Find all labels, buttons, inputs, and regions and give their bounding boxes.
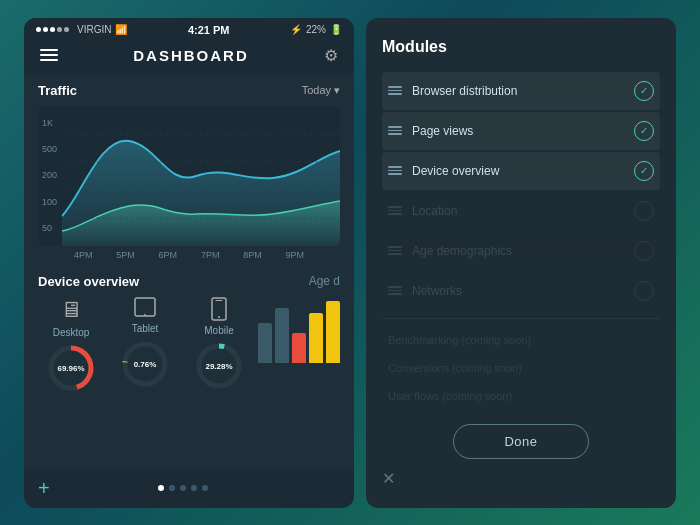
mobile-donut: 29.28% (193, 340, 245, 392)
age-label: Age d (309, 274, 340, 288)
hamburger-line-3 (40, 59, 58, 61)
bottom-bar: + (24, 469, 354, 508)
module-name-networks: Networks (412, 284, 624, 298)
drag-handle-networks (388, 286, 402, 295)
device-title: Device overview (38, 274, 139, 289)
page-dot-1 (158, 485, 164, 491)
status-bar: VIRGIN 📶 4:21 PM ⚡ 22% 🔋 (24, 18, 354, 40)
x-axis: 4PM 5PM 6PM 7PM 8PM 9PM (38, 246, 340, 260)
drag-handle-pageviews (388, 126, 402, 135)
today-filter[interactable]: Today ▾ (302, 84, 340, 97)
close-icon: ✕ (382, 469, 395, 488)
module-item-userflows: User flows (coming soon) (382, 383, 660, 409)
dot4 (57, 27, 62, 32)
content-area: Traffic Today ▾ 1K 500 200 100 50 (24, 73, 354, 469)
device-section: Device overview Age d 🖥 Desktop (24, 266, 354, 400)
svg-rect-2 (135, 298, 155, 316)
carrier-label: VIRGIN (77, 24, 111, 35)
device-cards: 🖥 Desktop 69.96% (38, 297, 252, 394)
add-button[interactable]: + (38, 477, 50, 500)
module-name-browser: Browser distribution (412, 84, 624, 98)
age-bar-5 (326, 301, 340, 363)
module-name-userflows: User flows (coming soon) (388, 390, 654, 402)
drag-handle-device (388, 166, 402, 175)
close-button[interactable]: ✕ (382, 469, 660, 488)
done-button[interactable]: Done (453, 424, 588, 459)
check-device: ✓ (634, 161, 654, 181)
bluetooth-icon: ⚡ (290, 24, 302, 35)
module-item-networks[interactable]: Networks (382, 272, 660, 310)
x-label-8pm: 8PM (243, 250, 262, 260)
battery-icon: 🔋 (330, 24, 342, 35)
divider (382, 318, 660, 319)
app-header: DASHBOARD ⚙ (24, 40, 354, 73)
dot2 (43, 27, 48, 32)
signal-dots (36, 27, 69, 32)
module-name-age: Age demographics (412, 244, 624, 258)
page-dot-4 (191, 485, 197, 491)
y-label-500: 500 (38, 144, 57, 154)
x-label-6pm: 6PM (159, 250, 178, 260)
module-item-device[interactable]: Device overview ✓ (382, 152, 660, 190)
check-browser: ✓ (634, 81, 654, 101)
traffic-header: Traffic Today ▾ (38, 83, 340, 98)
hamburger-button[interactable] (40, 49, 58, 61)
done-container: Done (382, 424, 660, 459)
x-label-7pm: 7PM (201, 250, 220, 260)
y-label-50: 50 (38, 223, 57, 233)
status-left: VIRGIN 📶 (36, 24, 127, 35)
page-dot-5 (202, 485, 208, 491)
dot3 (50, 27, 55, 32)
device-card-desktop: 🖥 Desktop 69.96% (38, 297, 104, 394)
age-bar-1 (258, 323, 272, 363)
today-label: Today (302, 84, 331, 96)
y-axis: 1K 500 200 100 50 (38, 106, 57, 246)
traffic-title: Traffic (38, 83, 77, 98)
module-item-pageviews[interactable]: Page views ✓ (382, 112, 660, 150)
traffic-section: Traffic Today ▾ 1K 500 200 100 50 (24, 73, 354, 266)
dot5 (64, 27, 69, 32)
dot1 (36, 27, 41, 32)
tablet-percent: 0.76% (134, 359, 157, 368)
tablet-icon (133, 297, 157, 319)
x-label-4pm: 4PM (74, 250, 93, 260)
module-name-device: Device overview (412, 164, 624, 178)
age-bar-4 (309, 313, 323, 363)
chart-svg (62, 106, 340, 246)
mobile-percent: 29.28% (205, 361, 232, 370)
module-name-benchmarking: Benchmarking (coming soon) (388, 334, 654, 346)
module-item-age[interactable]: Age demographics (382, 232, 660, 270)
chevron-down-icon: ▾ (334, 84, 340, 97)
desktop-label: Desktop (53, 327, 90, 338)
drag-handle-browser (388, 86, 402, 95)
module-list: Browser distribution ✓ Page views ✓ Devi… (382, 72, 660, 412)
device-content: 🖥 Desktop 69.96% (38, 297, 340, 394)
page-title: DASHBOARD (133, 47, 249, 64)
module-item-location[interactable]: Location (382, 192, 660, 230)
tablet-label: Tablet (132, 323, 159, 334)
check-networks (634, 281, 654, 301)
desktop-icon: 🖥 (60, 297, 82, 323)
device-header: Device overview Age d (38, 274, 340, 289)
module-item-browser[interactable]: Browser distribution ✓ (382, 72, 660, 110)
x-label-5pm: 5PM (116, 250, 135, 260)
mobile-label: Mobile (204, 325, 233, 336)
right-panel: Modules Browser distribution ✓ Page view… (366, 18, 676, 508)
tablet-donut: 0.76% (119, 338, 171, 390)
hamburger-line-2 (40, 54, 58, 56)
age-bar-2 (275, 308, 289, 363)
y-label-1k: 1K (38, 118, 57, 128)
settings-icon[interactable]: ⚙ (324, 46, 338, 65)
modules-title: Modules (382, 38, 660, 56)
battery-label: 22% (306, 24, 326, 35)
hamburger-line-1 (40, 49, 58, 51)
check-pageviews: ✓ (634, 121, 654, 141)
left-panel: VIRGIN 📶 4:21 PM ⚡ 22% 🔋 DASHBOARD ⚙ Tra… (24, 18, 354, 508)
wifi-icon: 📶 (115, 24, 127, 35)
check-location (634, 201, 654, 221)
device-card-tablet: Tablet 0.76% (112, 297, 178, 394)
desktop-donut: 69.96% (45, 342, 97, 394)
module-name-pageviews: Page views (412, 124, 624, 138)
device-card-mobile: Mobile 29.28% (186, 297, 252, 394)
traffic-chart: 1K 500 200 100 50 (38, 106, 340, 246)
